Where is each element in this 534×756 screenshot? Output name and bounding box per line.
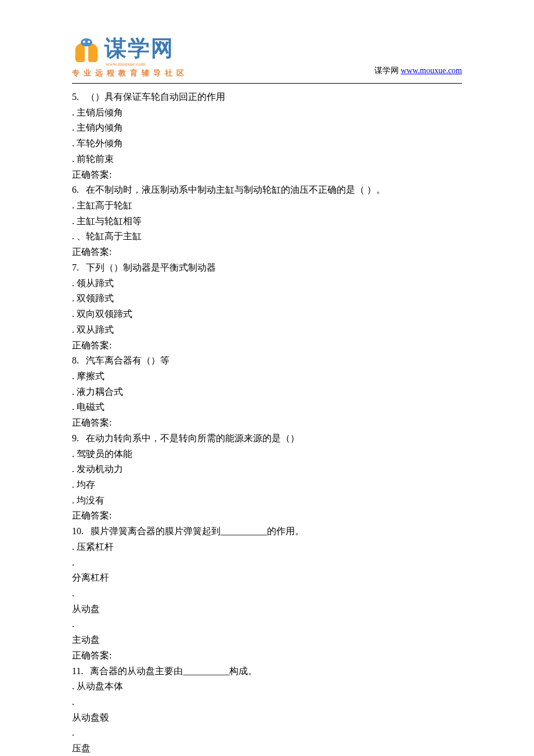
answer-label: 正确答案: [72,167,462,183]
question-stem: 5. （）具有保证车轮自动回正的作用 [72,89,462,105]
option: . 、轮缸高于主缸 [72,229,462,244]
answer-label: 正确答案: [72,338,462,354]
option-dot: . [72,617,462,632]
option: . 主缸与轮缸相等 [72,214,462,229]
question-stem: 7. 下列（）制动器是平衡式制动器 [72,260,462,276]
option: 分离杠杆 [72,570,462,586]
option: . 主销后倾角 [72,105,462,121]
answer-label: 正确答案: [72,415,462,431]
option: . 双从蹄式 [72,322,462,338]
svg-point-1 [83,41,85,43]
logo-main-text: 谋学网 [104,34,174,63]
site-label: 谋学网 [374,66,401,75]
option: . 车轮外倾角 [72,136,462,152]
option-dot: . [72,725,462,741]
answer-label: 正确答案: [72,508,462,524]
option: . 主缸高于轮缸 [72,198,462,214]
option: . 均没有 [72,493,462,509]
logo-icon [72,38,101,63]
page-header: 谋学网 www.mouxue.com 专业远程教育辅导社区 谋学网 www.mo… [0,0,534,78]
option: 主动盘 [72,632,462,648]
answer-label: 正确答案: [72,244,462,260]
option-dot: . [72,694,462,710]
option: . 领从蹄式 [72,276,462,291]
option: . 电磁式 [72,399,462,415]
option-dot: . [72,555,462,571]
svg-point-0 [81,38,92,46]
option: 从动盘毂 [72,710,462,726]
logo-block: 谋学网 www.mouxue.com 专业远程教育辅导社区 [72,34,188,78]
question-stem: 10. 膜片弹簧离合器的膜片弹簧起到__________的作用。 [72,524,462,539]
question-stem: 9. 在动力转向系中，不是转向所需的能源来源的是（） [72,431,462,447]
option: . 驾驶员的体能 [72,447,462,462]
svg-point-2 [88,41,90,43]
option: . 压紧杠杆 [72,539,462,555]
question-stem: 11. 离合器的从动盘主要由__________构成。 [72,664,462,679]
site-reference: 谋学网 www.mouxue.com [374,66,462,76]
option: . 发动机动力 [72,462,462,477]
option: . 主销内倾角 [72,120,462,136]
logo-tagline: 专业远程教育辅导社区 [72,68,188,78]
option-dot: . [72,586,462,602]
question-stem: 8. 汽车离合器有（）等 [72,353,462,369]
option: 压盘 [72,741,462,756]
option: . 摩擦式 [72,369,462,384]
option: . 液力耦合式 [72,384,462,400]
question-stem: 6. 在不制动时，液压制动系中制动主缸与制动轮缸的油压不正确的是（ ）。 [72,182,462,198]
option: . 双领蹄式 [72,291,462,307]
option: 从动盘 [72,602,462,617]
logo-top: 谋学网 www.mouxue.com [72,34,188,67]
site-link[interactable]: www.mouxue.com [400,66,462,75]
option: . 前轮前束 [72,152,462,167]
option: . 从动盘本体 [72,679,462,694]
answer-label: 正确答案: [72,648,462,664]
option: . 均存 [72,477,462,493]
option: . 双向双领蹄式 [72,307,462,322]
document-content: 5. （）具有保证车轮自动回正的作用 . 主销后倾角 . 主销内倾角 . 车轮外… [0,84,534,756]
